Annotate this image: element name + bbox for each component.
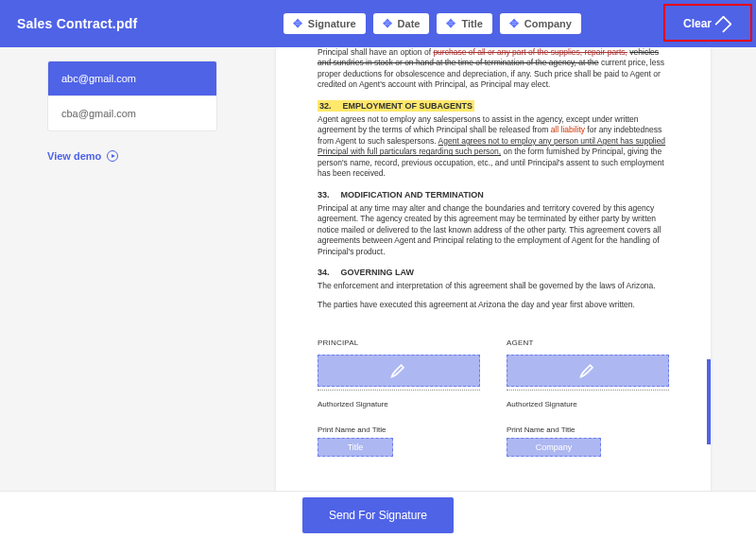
title-label: Title	[461, 18, 482, 29]
document-viewport[interactable]: Principal shall have an option of purcha…	[246, 47, 756, 491]
clear-label: Clear	[683, 17, 712, 30]
date-label: Date	[398, 18, 421, 29]
signature-grid: PRINCIPAL Authorized Signature Print Nam…	[318, 338, 669, 456]
title-field-button[interactable]: ✥ Title	[437, 13, 491, 34]
section-34-body-2: The parties have executed this agreement…	[318, 300, 669, 310]
agent-signature-field[interactable]	[507, 355, 669, 387]
intro-paragraph: Principal shall have an option of purcha…	[318, 47, 669, 91]
company-field-button[interactable]: ✥ Company	[500, 13, 581, 34]
document-title: Sales Contract.pdf	[17, 16, 137, 31]
app-header: Sales Contract.pdf ✥ Signature ✥ Date ✥ …	[0, 0, 756, 47]
company-label: Company	[524, 18, 572, 29]
footer: Send For Signature	[0, 491, 756, 538]
auth-sig-label: Authorized Signature	[318, 400, 480, 410]
signature-field-button[interactable]: ✥ Signature	[284, 13, 366, 34]
document-page: Principal shall have an option of purcha…	[276, 47, 711, 491]
principal-label: PRINCIPAL	[318, 338, 480, 349]
move-icon: ✥	[446, 18, 455, 29]
move-icon: ✥	[383, 18, 392, 29]
play-icon	[107, 150, 118, 162]
auth-sig-label: Authorized Signature	[507, 400, 669, 410]
print-name-label: Print Name and Title	[318, 425, 480, 436]
move-icon: ✥	[509, 18, 519, 29]
company-field-placeholder[interactable]: Company	[507, 438, 601, 457]
sidebar: abc@gmail.com cba@gmail.com View demo	[0, 47, 246, 491]
scroll-indicator	[707, 359, 711, 444]
signer-list: abc@gmail.com cba@gmail.com	[47, 61, 217, 131]
move-icon: ✥	[293, 18, 302, 29]
toolbar: ✥ Signature ✥ Date ✥ Title ✥ Company Cle…	[284, 11, 739, 36]
section-32-heading: 32. EMPLOYMENT OF SUBAGENTS	[318, 100, 669, 112]
send-for-signature-button[interactable]: Send For Signature	[302, 497, 454, 533]
signer-item[interactable]: cba@gmail.com	[48, 96, 216, 130]
pen-icon	[578, 361, 597, 380]
signature-label: Signature	[308, 18, 356, 29]
title-field-placeholder[interactable]: Title	[318, 438, 393, 457]
date-field-button[interactable]: ✥ Date	[373, 13, 430, 34]
principal-signature-field[interactable]	[318, 355, 480, 387]
signer-item[interactable]: abc@gmail.com	[48, 61, 216, 96]
section-33-body: Principal at any time may alter and chan…	[318, 203, 669, 257]
section-34-body-1: The enforcement and interpretation of th…	[318, 281, 669, 291]
clear-button[interactable]: Clear	[674, 11, 739, 36]
view-demo-label: View demo	[47, 150, 101, 162]
view-demo-link[interactable]: View demo	[47, 150, 118, 162]
eraser-icon	[714, 15, 731, 32]
print-name-label: Print Name and Title	[507, 425, 669, 436]
section-32-body: Agent agrees not to employ any salespers…	[318, 114, 669, 180]
signature-line	[318, 390, 480, 390]
pen-icon	[389, 361, 408, 380]
signature-line	[507, 390, 669, 390]
section-34-heading: 34. GOVERNING LAW	[318, 267, 669, 278]
agent-label: AGENT	[507, 338, 669, 349]
section-33-heading: 33. MODIFICATION AND TERMINATION	[318, 189, 669, 200]
